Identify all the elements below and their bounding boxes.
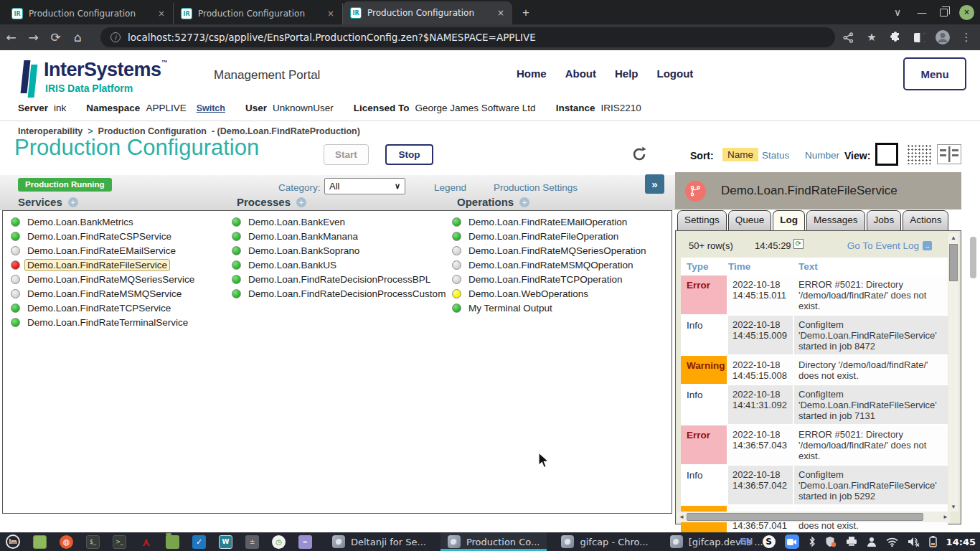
- process-item[interactable]: Demo.Loan.BankManana: [232, 229, 448, 243]
- status-dot-icon[interactable]: [232, 217, 241, 227]
- home-icon[interactable]: ⌂: [67, 30, 89, 44]
- detail-tab[interactable]: Settings: [677, 210, 727, 231]
- process-item[interactable]: Demo.Loan.BankEven: [232, 215, 448, 229]
- log-horizontal-scrollbar[interactable]: ◄ ►: [677, 512, 950, 522]
- service-item[interactable]: Demo.Loan.FindRateCSPService: [11, 229, 197, 243]
- service-item-label[interactable]: Demo.Loan.FindRateTerminalService: [24, 316, 191, 329]
- extensions-icon[interactable]: [886, 28, 905, 47]
- browser-tab[interactable]: IR Production Configuration ×: [4, 3, 174, 24]
- stop-button[interactable]: Stop: [385, 144, 433, 165]
- scroll-up-icon[interactable]: ▲: [948, 233, 958, 242]
- service-item-label[interactable]: Demo.Loan.FindRateFileService: [24, 259, 170, 271]
- operation-item-label[interactable]: Demo.Loan.FindRateEMailOperation: [466, 216, 630, 228]
- taskbar-clock[interactable]: 14:45: [946, 537, 976, 547]
- view-list-button[interactable]: [875, 143, 898, 166]
- status-dot-icon[interactable]: [232, 289, 241, 298]
- share-icon[interactable]: [839, 28, 857, 47]
- detail-tab[interactable]: Messages: [806, 210, 865, 231]
- log-row[interactable]: Info 2022-10-1814:41:31.092 ConfigItem '…: [681, 385, 948, 424]
- status-dot-icon[interactable]: [232, 232, 241, 241]
- browser-tab[interactable]: IR Production Configuration ×: [343, 1, 512, 24]
- add-process-icon[interactable]: +: [296, 197, 306, 207]
- taskbar-window-button[interactable]: gifcap - Chro...: [554, 532, 655, 551]
- service-item[interactable]: Demo.Loan.FindRateMSMQService: [11, 286, 197, 301]
- status-dot-icon[interactable]: [11, 275, 20, 284]
- operation-item-label[interactable]: Demo.Loan.FindRateFileOperation: [466, 230, 621, 242]
- operation-item[interactable]: Demo.Loan.FindRateMSMQOperation: [452, 258, 649, 272]
- side-panel-icon[interactable]: [910, 28, 928, 47]
- status-dot-icon[interactable]: [452, 303, 461, 313]
- reload-icon[interactable]: ⟳: [44, 30, 67, 44]
- wifi-icon[interactable]: [886, 537, 898, 547]
- page-scrollbar-thumb[interactable]: [970, 237, 976, 278]
- sort-status-option[interactable]: Status: [762, 150, 789, 161]
- profile-avatar[interactable]: [933, 28, 952, 47]
- browser-tab[interactable]: IR Production Configuration ×: [174, 3, 343, 24]
- service-item[interactable]: Demo.Loan.FindRateMQSeriesService: [11, 272, 197, 286]
- tab-search-icon[interactable]: ∨: [891, 6, 904, 18]
- switch-link[interactable]: Switch: [197, 103, 225, 113]
- address-bar[interactable]: i localhost:52773/csp/applive/EnsPortal.…: [100, 27, 835, 47]
- log-col-text[interactable]: Text: [794, 261, 948, 272]
- language-indicator[interactable]: EN: [740, 537, 753, 547]
- status-dot-icon[interactable]: [452, 232, 461, 241]
- menu-button[interactable]: Menu: [903, 57, 966, 90]
- calculator-icon[interactable]: ±: [245, 535, 259, 549]
- view-split-button[interactable]: [937, 144, 961, 164]
- log-row[interactable]: Info 2022-10-1814:36:57.042 ConfigItem '…: [681, 466, 948, 504]
- status-dot-icon[interactable]: [11, 232, 20, 241]
- tab-close-icon[interactable]: ×: [325, 8, 336, 19]
- status-dot-icon[interactable]: [11, 217, 20, 227]
- status-dot-icon[interactable]: [232, 246, 241, 255]
- log-col-time[interactable]: Time: [728, 261, 794, 272]
- scroll-left-icon[interactable]: ◄: [677, 512, 686, 522]
- process-item-label[interactable]: Demo.Loan.BankEven: [245, 216, 348, 228]
- bookmark-icon[interactable]: ★: [862, 28, 881, 47]
- operation-item[interactable]: Demo.Loan.FindRateTCPOperation: [452, 272, 649, 286]
- status-dot-icon[interactable]: [452, 260, 461, 270]
- process-item-label[interactable]: Demo.Loan.FindRateDecisionProcessCustom: [245, 288, 448, 300]
- detail-tab[interactable]: Log: [773, 210, 805, 231]
- detail-tab[interactable]: Queue: [728, 210, 772, 231]
- service-item[interactable]: Demo.Loan.FindRateFileService: [11, 258, 197, 272]
- operation-item[interactable]: Demo.Loan.WebOperations: [452, 286, 649, 301]
- browser-menu-icon[interactable]: ⋮: [957, 28, 976, 47]
- operation-item[interactable]: Demo.Loan.FindRateMQSeriesOperation: [452, 243, 649, 258]
- go-to-event-log-link[interactable]: Go To Event Log: [847, 240, 919, 251]
- show-desktop-icon[interactable]: [33, 535, 47, 549]
- service-item[interactable]: Demo.Loan.FindRateTCPService: [11, 301, 197, 315]
- web-browser-icon[interactable]: ◍: [60, 535, 73, 549]
- operation-item[interactable]: Demo.Loan.FindRateFileOperation: [452, 229, 649, 243]
- printer-icon[interactable]: [846, 537, 857, 547]
- sort-name-option[interactable]: Name: [722, 148, 758, 161]
- skype-tray-icon[interactable]: S: [763, 535, 776, 548]
- log-row[interactable]: Warning 2022-10-1814:45:15.008 Directory…: [681, 356, 948, 384]
- add-service-icon[interactable]: +: [68, 197, 78, 207]
- status-dot-icon[interactable]: [11, 260, 20, 270]
- service-item[interactable]: Demo.Loan.FindRateEMailService: [11, 243, 197, 258]
- volume-muted-icon[interactable]: [908, 537, 920, 547]
- status-dot-icon[interactable]: [452, 217, 461, 227]
- editor-app-icon[interactable]: W: [219, 535, 232, 549]
- status-dot-icon[interactable]: [452, 275, 461, 284]
- operation-item[interactable]: My Terminal Output: [452, 301, 649, 315]
- expand-panel-button[interactable]: »: [645, 174, 664, 194]
- log-col-type[interactable]: Type: [681, 261, 728, 272]
- log-row[interactable]: Error 2022-10-1814:45:15.011 ERROR #5021…: [681, 276, 948, 314]
- refresh-indicator-icon[interactable]: [631, 146, 648, 163]
- vscode-icon[interactable]: ✓: [192, 535, 206, 549]
- scroll-right-icon[interactable]: ►: [941, 512, 950, 522]
- clock-app-icon[interactable]: ◷: [272, 535, 286, 549]
- start-button[interactable]: Start: [324, 144, 369, 165]
- process-item-label[interactable]: Demo.Loan.BankSoprano: [245, 245, 362, 257]
- red-app-icon[interactable]: ⋏: [139, 535, 153, 549]
- process-item[interactable]: Demo.Loan.BankUS: [232, 258, 448, 272]
- production-settings-link[interactable]: Production Settings: [494, 182, 578, 193]
- status-dot-icon[interactable]: [452, 246, 461, 255]
- status-dot-icon[interactable]: [232, 260, 241, 270]
- log-vertical-scrollbar[interactable]: ▲ ▼: [948, 233, 958, 512]
- status-dot-icon[interactable]: [11, 303, 20, 313]
- status-dot-icon[interactable]: [11, 318, 20, 327]
- process-item[interactable]: Demo.Loan.BankSoprano: [232, 243, 448, 258]
- category-select[interactable]: All ∨: [324, 178, 405, 194]
